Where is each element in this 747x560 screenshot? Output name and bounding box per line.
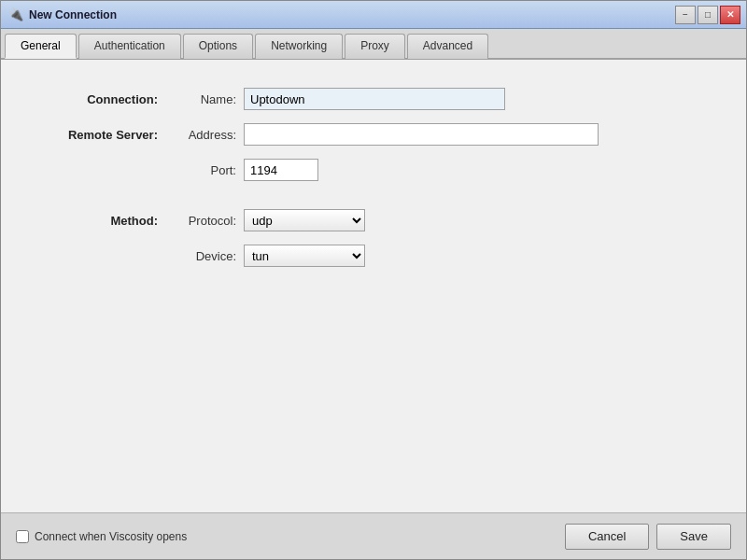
window-title: New Connection [29,8,117,21]
tab-general[interactable]: General [5,34,77,59]
tab-advanced[interactable]: Advanced [407,34,488,59]
tab-bar: General Authentication Options Networkin… [1,29,746,60]
save-button[interactable]: Save [656,524,731,550]
method-label: Method: [38,214,169,228]
address-row: Remote Server: Address: [38,123,709,146]
tab-networking[interactable]: Networking [255,34,343,59]
close-button[interactable]: ✕ [720,6,740,24]
tab-authentication[interactable]: Authentication [78,34,181,59]
minimize-button[interactable]: − [675,6,696,24]
device-row: Device: tun tap [38,245,709,267]
name-input[interactable] [244,88,505,110]
protocol-label: Protocol: [169,214,244,228]
title-bar: 🔌 New Connection − □ ✕ [1,1,746,29]
connect-on-open-checkbox[interactable] [16,530,29,543]
cancel-button[interactable]: Cancel [565,524,649,550]
title-buttons: − □ ✕ [675,6,740,24]
address-input[interactable] [244,123,599,146]
port-label: Port: [169,163,244,177]
remote-server-label: Remote Server: [38,128,169,142]
port-input[interactable] [244,159,318,181]
connection-section-label: Connection: [38,92,169,106]
maximize-button[interactable]: □ [698,6,718,24]
tab-proxy[interactable]: Proxy [345,34,405,59]
tab-options[interactable]: Options [183,34,253,59]
device-label: Device: [169,249,244,263]
bottom-bar: Connect when Viscosity opens Cancel Save [1,512,746,559]
bottom-buttons: Cancel Save [565,524,731,550]
connect-on-open-label: Connect when Viscosity opens [35,530,187,543]
connection-row: Connection: Name: [38,88,709,110]
address-label: Address: [169,128,244,142]
main-window: 🔌 New Connection − □ ✕ General Authentic… [0,0,747,560]
protocol-select[interactable]: udp tcp [244,209,365,231]
port-row: Port: [38,159,709,181]
window-icon: 🔌 [8,7,23,22]
title-bar-left: 🔌 New Connection [8,7,117,22]
name-label: Name: [169,92,244,106]
protocol-row: Method: Protocol: udp tcp [38,209,709,231]
device-select[interactable]: tun tap [244,245,365,267]
content-area: Connection: Name: Remote Server: Address… [1,60,746,512]
checkbox-area: Connect when Viscosity opens [16,530,187,543]
